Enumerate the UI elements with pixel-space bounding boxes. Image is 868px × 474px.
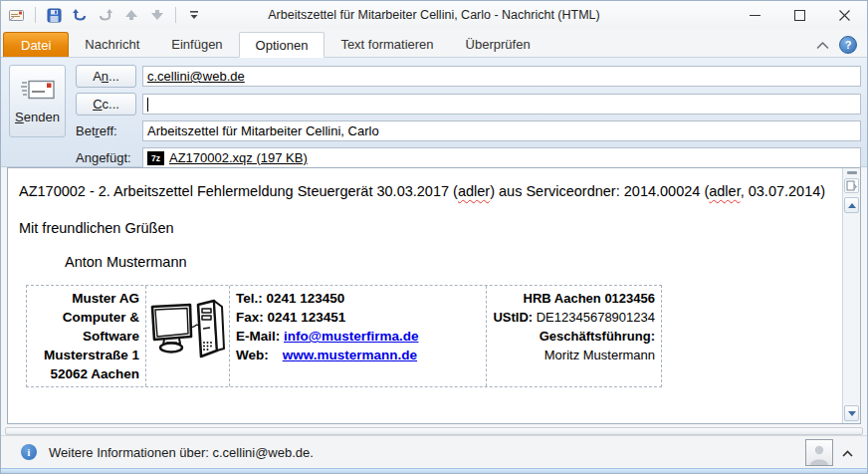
scroll-down-button[interactable]	[844, 405, 859, 421]
subject-field[interactable]	[142, 120, 861, 141]
website-link[interactable]: www.mustermann.de	[283, 348, 417, 362]
misspelled-word: adler	[709, 183, 740, 199]
info-icon: i	[21, 444, 37, 460]
misspelled-word: adler	[458, 183, 490, 199]
signature-table: Muster AG Computer & Software Musterstra…	[26, 285, 662, 387]
customize-quick-access-icon[interactable]	[184, 5, 204, 25]
management-name-line: Moritz Mustermann	[493, 346, 655, 364]
to-field[interactable]: c.cellini@web.de	[142, 66, 861, 87]
scroll-up-icon	[848, 203, 856, 208]
to-button[interactable]: An...	[76, 65, 136, 88]
compose-header: Senden An... c.cellini@web.de Cc... Betr…	[1, 58, 867, 167]
signature-image-cell	[146, 286, 230, 386]
tab-nachricht[interactable]: Nachricht	[69, 32, 155, 56]
save-icon[interactable]	[44, 5, 64, 25]
contact-photo-placeholder[interactable]	[805, 439, 833, 466]
send-button[interactable]: Senden	[9, 65, 66, 137]
people-pane-splitter[interactable]	[5, 427, 863, 435]
send-button-label: Senden	[15, 110, 60, 124]
collapse-pane-icon[interactable]	[842, 445, 853, 460]
attached-label: Angefügt:	[76, 150, 131, 165]
tab-einfuegen[interactable]: Einfügen	[155, 32, 238, 56]
company-street: Musterstraße 1	[33, 346, 139, 364]
cc-field[interactable]	[142, 94, 861, 115]
message-line-1: AZ170002 - 2. Arbeitszettel Fehlermeldun…	[19, 183, 842, 199]
split-handle[interactable]	[847, 171, 857, 174]
previous-item-icon	[121, 5, 141, 25]
scroll-down-icon	[848, 411, 856, 416]
ustid-line: UStID: DE12345678901234	[493, 308, 655, 327]
quick-access-toolbar	[1, 1, 204, 29]
tab-datei[interactable]: Datei	[3, 32, 69, 57]
text-cursor	[147, 98, 148, 112]
signature-contact-cell: Tel.: 0241 123450 Fax: 0241 123451 E-Mai…	[230, 286, 487, 386]
attachment-name[interactable]: AZ170002.xqz (197 KB)	[169, 150, 308, 165]
vertical-scrollbar[interactable]	[842, 168, 860, 423]
scroll-up-button[interactable]	[844, 197, 859, 213]
web-line: Web:www.mustermann.de	[236, 346, 480, 364]
message-greeting: Mit freundlichen Grüßen	[19, 220, 842, 236]
ribbon-tab-row: Datei Nachricht Einfügen Optionen Text f…	[1, 29, 867, 58]
ruler-toggle-button[interactable]	[844, 178, 859, 193]
attached-field: 7z AZ170002.xqz (197 KB)	[142, 147, 861, 168]
subject-label: Betreff:	[76, 123, 117, 138]
message-body-area: AZ170002 - 2. Arbeitszettel Fehlermeldun…	[7, 167, 861, 424]
qat-separator	[175, 7, 176, 23]
next-item-icon	[147, 5, 167, 25]
outlook-message-window: Arbeitszettel für Mitarbeiter Cellini, C…	[0, 0, 868, 474]
redo-icon	[96, 5, 115, 25]
email-line: E-Mail: info@musterfirma.de	[236, 327, 480, 346]
minimize-ribbon-icon[interactable]	[816, 38, 829, 53]
qat-separator	[35, 7, 36, 23]
company-tagline: Computer & Software	[33, 308, 139, 346]
to-recipient[interactable]: c.cellini@web.de	[147, 69, 245, 84]
undo-icon[interactable]	[70, 5, 90, 25]
tab-ueberpruefen[interactable]: Überprüfen	[450, 32, 546, 56]
cc-button[interactable]: Cc...	[76, 93, 136, 116]
signature-legal-cell: HRB Aachen 0123456 UStID: DE123456789012…	[487, 286, 661, 386]
people-pane: i Weitere Informationen über: c.cellini@…	[1, 435, 867, 468]
titlebar: Arbeitszettel für Mitarbeiter Cellini, C…	[1, 1, 867, 29]
maximize-button[interactable]	[777, 1, 822, 29]
7zip-file-icon: 7z	[147, 151, 164, 165]
minimize-button[interactable]	[733, 1, 777, 29]
company-name: Muster AG	[33, 289, 139, 308]
help-icon[interactable]: ?	[839, 36, 857, 54]
tab-optionen[interactable]: Optionen	[239, 32, 326, 58]
tabrow-right-controls: ?	[816, 36, 867, 54]
phone-line: Tel.: 0241 123450	[236, 289, 480, 308]
tab-text-formatieren[interactable]: Text formatieren	[325, 32, 449, 56]
fax-line: Fax: 0241 123451	[236, 308, 480, 327]
message-signoff: Anton Mustermann	[65, 254, 842, 270]
hrb-line: HRB Aachen 0123456	[493, 289, 655, 308]
company-city: 52062 Aachen	[33, 364, 139, 383]
message-editor[interactable]: AZ170002 - 2. Arbeitszettel Fehlermeldun…	[8, 168, 842, 423]
window-controls	[733, 1, 867, 29]
mail-message-icon	[7, 5, 27, 25]
status-info-text: Weitere Informationen über: c.cellini@we…	[49, 445, 314, 460]
people-pane-right	[805, 439, 857, 466]
computer-clipart-image	[150, 299, 226, 373]
email-link[interactable]: info@musterfirma.de	[284, 329, 418, 344]
close-button[interactable]	[822, 1, 867, 29]
attachment-item[interactable]: 7z AZ170002.xqz (197 KB)	[147, 150, 308, 165]
send-envelope-icon	[20, 78, 56, 105]
window-bottom-border	[1, 468, 867, 473]
signature-address-cell: Muster AG Computer & Software Musterstra…	[27, 286, 146, 386]
management-label-line: Geschäftsführung:	[493, 327, 655, 346]
